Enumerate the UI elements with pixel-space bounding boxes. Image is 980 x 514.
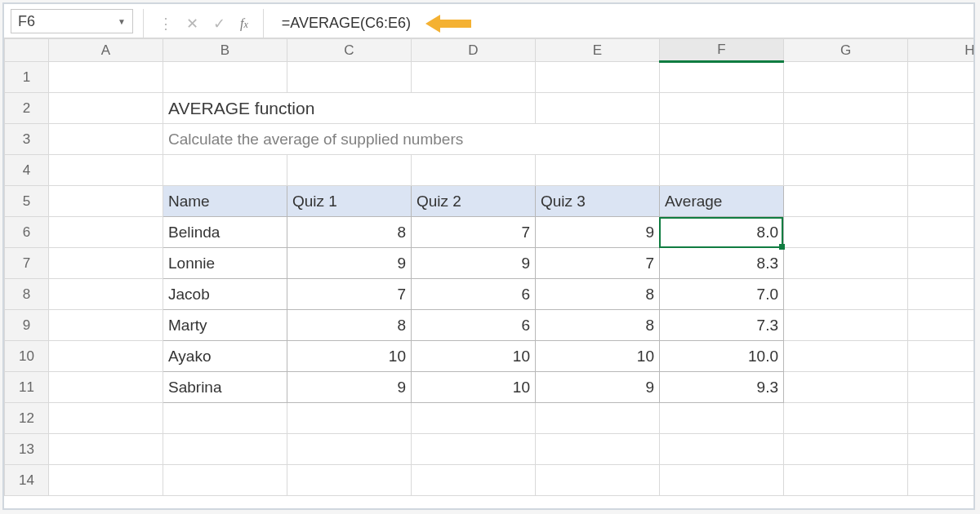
table-cell[interactable]: 6 [412, 310, 536, 341]
table-cell[interactable]: 10 [287, 341, 412, 372]
table-cell[interactable]: Ayako [163, 341, 287, 372]
col-header-C[interactable]: C [287, 39, 412, 62]
col-header-G[interactable]: G [784, 39, 908, 62]
table-cell[interactable]: Jacob [163, 279, 287, 310]
table-cell[interactable]: 9 [412, 248, 536, 279]
cancel-icon[interactable]: ✕ [186, 15, 198, 33]
row-header[interactable]: 3 [5, 124, 49, 155]
col-header-H[interactable]: H [908, 39, 974, 62]
formula-bar: F6 ▼ ⋮ ✕ ✓ fx =AVERAGE(C6:E6) [4, 4, 973, 38]
name-box[interactable]: F6 ▼ [11, 9, 133, 33]
formula-bar-controls: ⋮ ✕ ✓ fx [154, 9, 253, 38]
table-header: Name [163, 186, 287, 217]
row-header[interactable]: 1 [5, 62, 49, 93]
col-header-E[interactable]: E [536, 39, 660, 62]
table-cell[interactable]: Marty [163, 310, 287, 341]
table-cell[interactable]: 10.0 [660, 341, 784, 372]
page-subtitle: Calculate the average of supplied number… [163, 124, 660, 155]
table-cell[interactable]: 8 [287, 310, 412, 341]
row-header[interactable]: 7 [5, 248, 49, 279]
table-cell[interactable]: Lonnie [163, 248, 287, 279]
table-cell[interactable]: Sabrina [163, 372, 287, 403]
table-cell[interactable]: 10 [412, 372, 536, 403]
table-header: Average [660, 186, 784, 217]
col-header-F[interactable]: F [660, 39, 784, 62]
table-cell[interactable]: 9 [287, 372, 412, 403]
col-header-B[interactable]: B [163, 39, 287, 62]
row-header[interactable]: 8 [5, 279, 49, 310]
table-cell[interactable]: 9.3 [660, 372, 784, 403]
table-cell[interactable]: 7 [412, 217, 536, 248]
row-header[interactable]: 5 [5, 186, 49, 217]
table-cell[interactable]: 9 [536, 372, 660, 403]
select-all-corner[interactable] [5, 39, 49, 62]
row-header[interactable]: 10 [5, 341, 49, 372]
row-header[interactable]: 6 [5, 217, 49, 248]
formula-text: =AVERAGE(C6:E6) [282, 15, 411, 32]
row-header[interactable]: 9 [5, 310, 49, 341]
divider [143, 9, 144, 38]
name-box-dropdown-icon[interactable]: ▼ [118, 17, 126, 26]
table-cell[interactable]: 7 [536, 248, 660, 279]
column-header-row: A B C D E F G H [5, 39, 974, 62]
table-cell[interactable]: 7.0 [660, 279, 784, 310]
table-cell[interactable]: 8 [536, 310, 660, 341]
divider [263, 9, 264, 38]
col-header-A[interactable]: A [49, 39, 163, 62]
table-cell[interactable]: 10 [412, 341, 536, 372]
callout-arrow-icon [425, 12, 471, 35]
more-icon[interactable]: ⋮ [158, 15, 172, 33]
table-cell[interactable]: 10 [536, 341, 660, 372]
table-cell[interactable]: 9 [287, 248, 412, 279]
table-cell[interactable]: Belinda [163, 217, 287, 248]
formula-input[interactable]: =AVERAGE(C6:E6) [274, 9, 471, 38]
table-cell[interactable]: 7.3 [660, 310, 784, 341]
table-cell[interactable]: 7 [287, 279, 412, 310]
row-header[interactable]: 14 [5, 465, 49, 496]
col-header-D[interactable]: D [412, 39, 536, 62]
table-header: Quiz 3 [536, 186, 660, 217]
row-header[interactable]: 13 [5, 434, 49, 465]
table-cell[interactable]: 8 [287, 217, 412, 248]
table-cell[interactable]: 8.3 [660, 248, 784, 279]
table-header: Quiz 2 [412, 186, 536, 217]
table-cell[interactable]: 9 [536, 217, 660, 248]
table-cell[interactable]: 6 [412, 279, 536, 310]
grid[interactable]: A B C D E F G H 1 2 AVERAGE function 3 C… [4, 38, 973, 496]
enter-icon[interactable]: ✓ [213, 15, 225, 33]
table-cell[interactable]: 8.0 [660, 217, 784, 248]
row-header[interactable]: 12 [5, 403, 49, 434]
name-box-value: F6 [18, 13, 35, 30]
row-header[interactable]: 4 [5, 155, 49, 186]
page-title: AVERAGE function [163, 93, 536, 124]
svg-marker-0 [425, 15, 471, 33]
worksheet[interactable]: A B C D E F G H 1 2 AVERAGE function 3 C… [4, 38, 973, 508]
table-cell[interactable]: 8 [536, 279, 660, 310]
app-frame: F6 ▼ ⋮ ✕ ✓ fx =AVERAGE(C6:E6) [2, 2, 975, 510]
row-header[interactable]: 2 [5, 93, 49, 124]
row-header[interactable]: 11 [5, 372, 49, 403]
fx-icon[interactable]: fx [240, 16, 248, 31]
table-header: Quiz 1 [287, 186, 412, 217]
